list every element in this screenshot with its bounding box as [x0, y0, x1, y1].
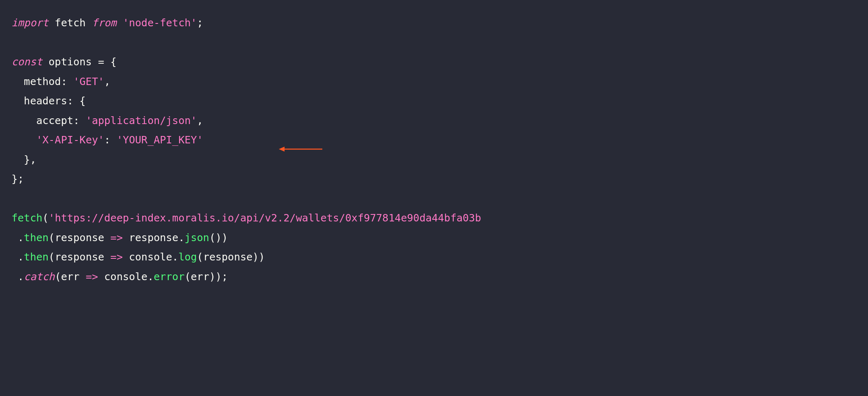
code-line-4: method: 'GET', [11, 72, 857, 92]
code-line-9: }; [11, 169, 857, 189]
code-line-3: const options = { [11, 52, 857, 72]
code-line-8: }, [11, 150, 857, 170]
code-line-14: .catch(err => console.error(err)); [11, 267, 857, 287]
code-line-7: 'X-API-Key': 'YOUR_API_KEY' [11, 130, 857, 150]
code-line-10 [11, 189, 857, 209]
code-line-13: .then(response => console.log(response)) [11, 247, 857, 267]
code-line-1: import fetch from 'node-fetch'; [11, 13, 857, 33]
code-line-6: accept: 'application/json', [11, 111, 857, 131]
code-line-2 [11, 33, 857, 53]
code-block: import fetch from 'node-fetch'; const op… [11, 13, 857, 286]
code-line-12: .then(response => response.json()) [11, 228, 857, 248]
code-line-5: headers: { [11, 91, 857, 111]
code-line-11: fetch('https://deep-index.moralis.io/api… [11, 208, 857, 228]
